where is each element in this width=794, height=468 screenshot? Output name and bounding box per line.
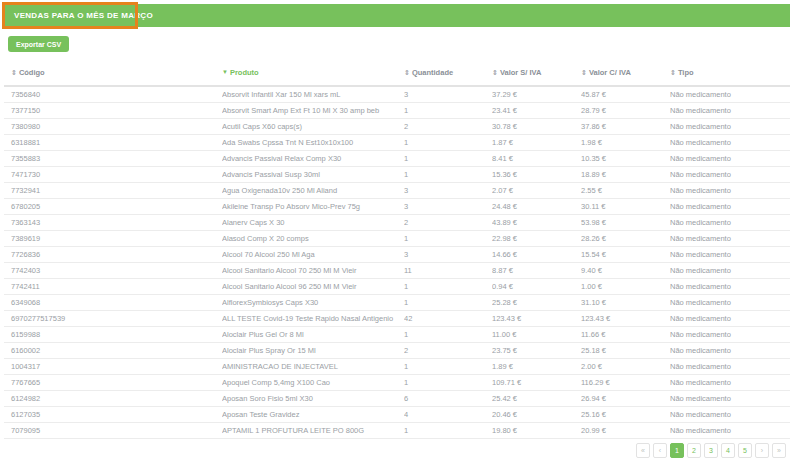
pagination-page-5[interactable]: 5	[738, 443, 752, 458]
pagination-first-button[interactable]: «	[636, 443, 650, 458]
cell-produto: Aposan Teste Gravidez	[222, 406, 404, 422]
cell-valor-s-iva: 2.07 €	[492, 182, 581, 198]
sort-both-icon: ⇕	[404, 69, 410, 77]
cell-tipo: Não medicamento	[670, 214, 790, 230]
cell-quantidade: 2	[404, 342, 492, 358]
cell-quantidade: 1	[404, 230, 492, 246]
cell-tipo: Não medicamento	[670, 358, 790, 374]
cell-codigo: 7726836	[4, 246, 222, 262]
cell-produto: Alanerv Caps X 30	[222, 214, 404, 230]
cell-tipo: Não medicamento	[670, 230, 790, 246]
cell-produto: Alcool Sanitario Alcool 96 250 Ml M Viei…	[222, 278, 404, 294]
pagination-page-2[interactable]: 2	[687, 443, 701, 458]
sort-both-icon: ⇕	[492, 69, 498, 77]
cell-codigo: 6970277517539	[4, 310, 222, 326]
column-header-valor-c-iva[interactable]: ⇕Valor C/ IVA	[581, 60, 670, 86]
column-header-quantidade[interactable]: ⇕Quantidade	[404, 60, 492, 86]
cell-valor-c-iva: 123.43 €	[581, 310, 670, 326]
cell-tipo: Não medicamento	[670, 150, 790, 166]
cell-tipo: Não medicamento	[670, 86, 790, 102]
cell-codigo: 7742411	[4, 278, 222, 294]
cell-quantidade: 42	[404, 310, 492, 326]
cell-codigo: 6780205	[4, 198, 222, 214]
table-row: 6160002Aloclair Plus Spray Or 15 Ml223.7…	[4, 342, 790, 358]
cell-tipo: Não medicamento	[670, 326, 790, 342]
cell-valor-c-iva: 53.98 €	[581, 214, 670, 230]
cell-tipo: Não medicamento	[670, 182, 790, 198]
cell-quantidade: 3	[404, 182, 492, 198]
cell-produto: Alcool 70 Alcool 250 Ml Aga	[222, 246, 404, 262]
table-row: 6127035Aposan Teste Gravidez420.46 €25.1…	[4, 406, 790, 422]
column-header-tipo[interactable]: ⇕Tipo	[670, 60, 790, 86]
export-csv-button[interactable]: Exportar CSV	[8, 36, 69, 52]
cell-valor-s-iva: 23.41 €	[492, 102, 581, 118]
cell-codigo: 7389619	[4, 230, 222, 246]
table-row: 7726836Alcool 70 Alcool 250 Ml Aga314.66…	[4, 246, 790, 262]
cell-tipo: Não medicamento	[670, 374, 790, 390]
cell-valor-c-iva: 15.54 €	[581, 246, 670, 262]
cell-codigo: 7380980	[4, 118, 222, 134]
cell-valor-s-iva: 22.98 €	[492, 230, 581, 246]
cell-valor-s-iva: 14.66 €	[492, 246, 581, 262]
cell-produto: Aloclair Plus Gel Or 8 Ml	[222, 326, 404, 342]
cell-quantidade: 3	[404, 198, 492, 214]
cell-produto: Alasod Comp X 20 comps	[222, 230, 404, 246]
cell-valor-s-iva: 15.36 €	[492, 166, 581, 182]
cell-quantidade: 1	[404, 326, 492, 342]
cell-valor-c-iva: 18.89 €	[581, 166, 670, 182]
cell-codigo: 6318881	[4, 134, 222, 150]
cell-valor-c-iva: 37.86 €	[581, 118, 670, 134]
cell-codigo: 6160002	[4, 342, 222, 358]
column-header-produto[interactable]: ▼Produto	[222, 60, 404, 86]
cell-tipo: Não medicamento	[670, 310, 790, 326]
cell-valor-s-iva: 123.43 €	[492, 310, 581, 326]
cell-produto: Acutil Caps X60 caps(s)	[222, 118, 404, 134]
column-label: Tipo	[678, 68, 694, 77]
cell-valor-c-iva: 31.10 €	[581, 294, 670, 310]
column-header-codigo[interactable]: ⇕Código	[4, 60, 222, 86]
cell-produto: Absorvit Smart Amp Ext Ft 10 Ml X 30 amp…	[222, 102, 404, 118]
cell-codigo: 6124982	[4, 390, 222, 406]
column-label: Código	[19, 68, 45, 77]
pagination-last-button[interactable]: »	[772, 443, 786, 458]
cell-quantidade: 6	[404, 390, 492, 406]
table-row: 6159988Aloclair Plus Gel Or 8 Ml111.00 €…	[4, 326, 790, 342]
table-row: 1004317AMINISTRACAO DE INJECTAVEL11.89 €…	[4, 358, 790, 374]
cell-valor-s-iva: 19.80 €	[492, 422, 581, 438]
table-row: 7389619Alasod Comp X 20 comps122.98 €28.…	[4, 230, 790, 246]
table-row: 7742411Alcool Sanitario Alcool 96 250 Ml…	[4, 278, 790, 294]
table-row: 7742403Alcool Sanitario Alcool 70 250 Ml…	[4, 262, 790, 278]
cell-valor-c-iva: 45.87 €	[581, 86, 670, 102]
pagination: «‹12345›»	[636, 443, 786, 458]
cell-tipo: Não medicamento	[670, 246, 790, 262]
sales-table: ⇕Código▼Produto⇕Quantidade⇕Valor S/ IVA⇕…	[4, 60, 790, 439]
cell-valor-s-iva: 11.00 €	[492, 326, 581, 342]
pagination-page-1[interactable]: 1	[670, 443, 684, 458]
table-row: 6780205Akileine Transp Po Absorv Mico-Pr…	[4, 198, 790, 214]
cell-tipo: Não medicamento	[670, 294, 790, 310]
table-row: 6318881Ada Swabs Cpssa Tnt N Est10x10x10…	[4, 134, 790, 150]
cell-quantidade: 1	[404, 358, 492, 374]
pagination-page-3[interactable]: 3	[704, 443, 718, 458]
cell-codigo: 6127035	[4, 406, 222, 422]
cell-valor-s-iva: 8.87 €	[492, 262, 581, 278]
pagination-next-button[interactable]: ›	[755, 443, 769, 458]
pagination-prev-button[interactable]: ‹	[653, 443, 667, 458]
pagination-page-4[interactable]: 4	[721, 443, 735, 458]
cell-valor-c-iva: 116.29 €	[581, 374, 670, 390]
table-row: 7356840Absorvit Infantil Xar 150 Ml xars…	[4, 86, 790, 102]
table-row: 7471730Advancis Passival Susp 30ml115.36…	[4, 166, 790, 182]
cell-produto: APTAMIL 1 PROFUTURA LEITE PO 800G	[222, 422, 404, 438]
cell-tipo: Não medicamento	[670, 390, 790, 406]
cell-codigo: 7079095	[4, 422, 222, 438]
cell-codigo: 1004317	[4, 358, 222, 374]
cell-quantidade: 1	[404, 150, 492, 166]
cell-tipo: Não medicamento	[670, 406, 790, 422]
cell-produto: Aposan Soro Fisio 5ml X30	[222, 390, 404, 406]
column-label: Valor C/ IVA	[589, 68, 631, 77]
cell-codigo: 7732941	[4, 182, 222, 198]
cell-quantidade: 2	[404, 118, 492, 134]
cell-valor-c-iva: 28.26 €	[581, 230, 670, 246]
cell-valor-s-iva: 43.89 €	[492, 214, 581, 230]
column-header-valor-s-iva[interactable]: ⇕Valor S/ IVA	[492, 60, 581, 86]
